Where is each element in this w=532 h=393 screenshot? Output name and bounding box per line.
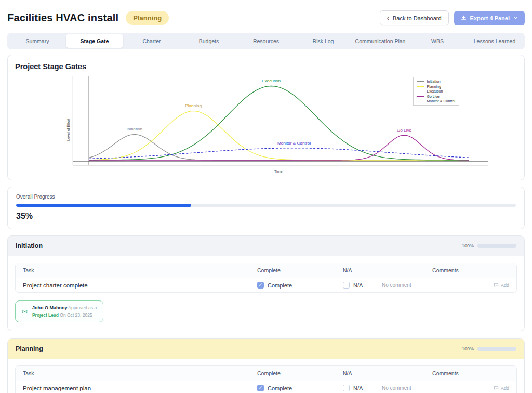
table-header-row: Task Complete N/A Comments xyxy=(16,263,516,278)
planning-section: Planning 100% Task Complete N/A Comments… xyxy=(7,338,525,393)
status-badge: Planning xyxy=(126,11,169,25)
approver-name: John O Mahony xyxy=(32,305,68,310)
overall-progress-card: Overall Progress 35% xyxy=(7,187,525,229)
legend-item: Monitor & Control xyxy=(417,99,455,103)
tab-lessons-learned[interactable]: Lessons Learned xyxy=(466,34,523,48)
table-header-row: Task Complete N/A Comments xyxy=(16,366,516,381)
planning-task-table: Task Complete N/A Comments Project manag… xyxy=(15,365,517,393)
tab-resources[interactable]: Resources xyxy=(237,34,295,48)
export-4-panel-button[interactable]: Export 4 Panel xyxy=(454,11,525,25)
comment-bubble-icon xyxy=(494,386,499,390)
chevron-down-icon xyxy=(513,16,518,20)
tab-stage-gate[interactable]: Stage Gate xyxy=(66,34,123,48)
legend-swatch-execution xyxy=(417,91,424,91)
overall-progress-track xyxy=(16,204,516,207)
initiation-task-table: Task Complete N/A Comments Project chart… xyxy=(15,263,517,293)
column-na: N/A xyxy=(343,267,382,273)
column-comments: Comments xyxy=(382,267,509,273)
tab-budgets[interactable]: Budgets xyxy=(180,34,237,48)
tab-bar: Summary Stage Gate Charter Budgets Resou… xyxy=(7,33,525,49)
approval-date: On Oct 23, 2025 xyxy=(60,312,92,318)
column-complete: Complete xyxy=(257,267,343,273)
legend-swatch-initiation xyxy=(417,81,424,82)
chevron-left-icon: ‹ xyxy=(387,15,389,21)
page: Facilities HVAC install Planning ‹ Back … xyxy=(0,0,532,393)
curve-planning xyxy=(89,111,469,160)
page-title: Facilities HVAC install xyxy=(7,12,118,24)
section-name: Initiation xyxy=(16,242,43,250)
legend-item: Go Live xyxy=(417,95,455,98)
back-button-label: Back to Dashboard xyxy=(393,15,442,21)
curve-monitor-control xyxy=(89,148,469,159)
curve-label: Go Live xyxy=(397,128,412,133)
section-progress-track xyxy=(477,347,516,351)
column-task: Task xyxy=(23,267,257,273)
tab-wbs[interactable]: WBS xyxy=(409,34,466,48)
approver-role: Project Lead xyxy=(32,312,59,318)
initiation-section: Initiation 100% Task Complete N/A Commen… xyxy=(7,235,525,331)
section-progress-label: 100% xyxy=(462,243,474,248)
complete-checkbox[interactable] xyxy=(257,385,264,391)
column-task: Task xyxy=(23,370,257,376)
complete-checkbox[interactable] xyxy=(257,282,264,289)
section-progress-track xyxy=(477,244,516,248)
overall-progress-label: Overall Progress xyxy=(16,194,516,200)
export-button-label: Export 4 Panel xyxy=(470,15,510,21)
na-checkbox[interactable] xyxy=(343,385,350,391)
curve-label: Execution xyxy=(262,79,281,84)
back-to-dashboard-button[interactable]: ‹ Back to Dashboard xyxy=(380,10,449,25)
tab-risk-log[interactable]: Risk Log xyxy=(295,34,352,48)
column-comments: Comments xyxy=(382,370,509,376)
column-na: N/A xyxy=(343,370,382,376)
tab-communication-plan[interactable]: Communication Plan xyxy=(352,34,409,48)
table-row: Project charter complete Complete N/A No… xyxy=(16,278,516,292)
envelope-icon: ✉ xyxy=(22,308,28,315)
section-progress-label: 100% xyxy=(462,346,474,351)
add-comment-button[interactable]: Add xyxy=(494,386,509,391)
column-complete: Complete xyxy=(257,370,343,376)
top-bar: Facilities HVAC install Planning ‹ Back … xyxy=(7,7,525,33)
stage-gates-title: Project Stage Gates xyxy=(15,62,517,71)
task-name: Project charter complete xyxy=(23,282,257,289)
y-axis-label: Level of Effort xyxy=(66,119,71,141)
comment-bubble-icon xyxy=(494,283,499,287)
tab-summary[interactable]: Summary xyxy=(9,34,66,48)
no-comment-text: No comment xyxy=(382,385,411,391)
legend-item: Initiation xyxy=(417,80,455,83)
na-checkbox[interactable] xyxy=(343,282,350,289)
curve-label: Initiation xyxy=(127,127,143,132)
overall-progress-fill xyxy=(16,204,191,207)
table-row: Project management plan Complete N/A No … xyxy=(16,381,516,393)
legend-swatch-go-live xyxy=(417,96,424,97)
curve-label: Monitor & Control xyxy=(277,141,311,146)
approval-text: John O Mahony Approved as a Project Lead… xyxy=(32,305,97,318)
approval-phrase: Approved as a xyxy=(68,305,97,310)
tab-charter[interactable]: Charter xyxy=(123,34,180,48)
task-name: Project management plan xyxy=(23,385,257,391)
approval-chip: ✉ John O Mahony Approved as a Project Le… xyxy=(15,300,103,322)
legend-swatch-monitor-control xyxy=(417,101,424,101)
legend-item: Execution xyxy=(417,89,455,93)
download-icon xyxy=(461,15,467,21)
initiation-section-header: Initiation 100% xyxy=(8,236,524,256)
legend-swatch-planning xyxy=(417,86,424,87)
overall-progress-value: 35% xyxy=(16,212,516,221)
section-name: Planning xyxy=(16,345,43,352)
no-comment-text: No comment xyxy=(382,282,411,288)
planning-section-header: Planning 100% xyxy=(8,339,524,359)
add-comment-button[interactable]: Add xyxy=(494,283,509,288)
stage-gates-chart: InitiationPlanningExecutionGo LiveMonito… xyxy=(15,73,517,175)
curve-label: Planning xyxy=(185,104,202,109)
x-axis-label: Time xyxy=(274,169,283,174)
curve-execution xyxy=(89,86,469,161)
legend-item: Planning xyxy=(417,85,455,88)
stage-gates-card: Project Stage Gates InitiationPlanningEx… xyxy=(7,55,525,180)
chart-legend: Initiation Planning Execution Go Live Mo… xyxy=(413,77,459,106)
